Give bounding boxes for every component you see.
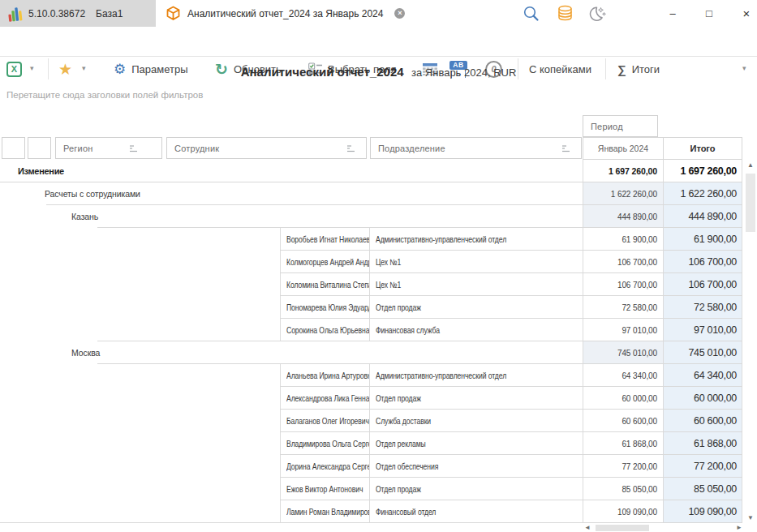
grid-row-detail[interactable]: Балаганов Олег ИгоревичСлужба доставки60…: [0, 410, 757, 432]
maximize-button[interactable]: □: [695, 0, 723, 26]
employee-cell: Александрова Лика Геннадьевна: [280, 387, 369, 410]
grid-row-detail[interactable]: Воробьев Игнат НиколаевичАдминистративно…: [0, 228, 757, 251]
scroll-left-icon[interactable]: ◄: [583, 524, 592, 532]
employee-cell: Колмогорцев Андрей Андреевич: [280, 251, 369, 273]
employee-cell: Аланьева Ирина Артуровна: [280, 364, 369, 387]
employee-cell: Ламин Роман Владимирович: [280, 500, 369, 523]
titlebar: 5.10.0.38672 База1 Аналитический отчет_2…: [0, 0, 757, 27]
app-window: 5.10.0.38672 База1 Аналитический отчет_2…: [0, 0, 757, 532]
app-logo-icon: [8, 6, 23, 22]
employee-field-chip[interactable]: Сотрудник: [166, 137, 367, 159]
department-cell: Цех №1: [369, 251, 583, 273]
report-tab[interactable]: Аналитический отчет_2024 за Январь 2024 …: [156, 0, 415, 27]
close-button[interactable]: ×: [733, 0, 757, 26]
total-value-cell: 444 890,00: [664, 205, 742, 228]
moon-stars-icon: [587, 5, 607, 23]
search-icon: [523, 5, 540, 23]
total-value-cell: 745 010,00: [664, 341, 742, 364]
total-value-cell: 61 900,00: [664, 228, 742, 251]
grid-row-group[interactable]: Казань444 890,00444 890,00: [0, 205, 757, 228]
scroll-down-icon[interactable]: ▼: [744, 513, 757, 523]
total-value-cell: 1 697 260,00: [664, 160, 742, 182]
tab-close-icon[interactable]: ×: [394, 8, 405, 19]
jan-value-cell: 1 697 260,00: [583, 160, 664, 182]
group-label-cell: Изменение: [0, 160, 583, 182]
vertical-scrollbar[interactable]: ▲ ▼: [744, 161, 757, 523]
employee-field-label: Сотрудник: [174, 144, 219, 153]
jan-value-cell: 60 600,00: [583, 410, 664, 432]
grid-row-detail[interactable]: Коломина Виталина СтепановнаЦех №1106 70…: [0, 273, 757, 296]
total-value-cell: 60 000,00: [664, 387, 742, 410]
grid-row-detail[interactable]: Сорокина Ольга ЮрьевнаФинансовая служба9…: [0, 319, 757, 341]
search-button[interactable]: [522, 4, 541, 24]
report-heading: Аналитический отчет_2024 за Январь 2024,…: [0, 65, 757, 79]
period-field-label: Период: [591, 122, 623, 131]
employee-cell: Сорокина Ольга Юрьевна: [280, 319, 369, 341]
cube-icon: [166, 6, 181, 21]
department-cell: Административно-управленческий отдел: [369, 364, 583, 387]
department-field-chip[interactable]: Подразделение: [370, 137, 582, 159]
column-header-jan[interactable]: Январь 2024: [583, 137, 664, 160]
group-label-cell: Москва: [0, 341, 583, 364]
total-value-cell: 85 050,00: [664, 478, 742, 500]
grid-row-detail[interactable]: Колмогорцев Андрей АндреевичЦех №1106 70…: [0, 251, 757, 273]
horizontal-scroll-thumb[interactable]: [596, 525, 649, 531]
scroll-up-icon[interactable]: ▲: [744, 161, 757, 170]
grid-row-detail[interactable]: Ламин Роман ВладимировичФинансовый отдел…: [0, 500, 757, 523]
database-button[interactable]: [555, 4, 574, 24]
jan-value-cell: 60 000,00: [583, 387, 664, 410]
total-value-cell: 1 622 260,00: [664, 182, 742, 205]
empty-field-box[interactable]: [28, 137, 51, 159]
grid-row-detail[interactable]: Пономарева Юлия ЭдуардовнаОтдел продаж72…: [0, 296, 757, 319]
tab-title: Аналитический отчет_2024 за Январь 2024: [187, 8, 383, 19]
jan-value-cell: 97 010,00: [583, 319, 664, 341]
grid-row-group[interactable]: Москва745 010,00745 010,00: [0, 341, 757, 364]
filter-drop-hint: Перетащите сюда заголовки полей фильтров: [6, 90, 203, 100]
grid-row-group[interactable]: Изменение1 697 260,001 697 260,00: [0, 160, 757, 182]
total-value-cell: 106 700,00: [664, 273, 742, 296]
total-value-cell: 77 200,00: [664, 455, 742, 478]
app-info-area: 5.10.0.38672 База1: [0, 0, 156, 27]
employee-cell: Коломина Виталина Степановна: [280, 273, 369, 296]
jan-value-cell: 444 890,00: [583, 205, 664, 228]
group-label-cell: Расчеты с сотрудниками: [0, 182, 583, 205]
report-subtitle: за Январь 2024, RUR: [411, 66, 516, 79]
period-field-chip[interactable]: Период: [583, 115, 658, 137]
jan-value-cell: 109 090,00: [583, 500, 664, 523]
grid-body: Изменение1 697 260,001 697 260,00Расчеты…: [0, 160, 757, 523]
department-field-label: Подразделение: [378, 144, 445, 153]
jan-value-cell: 745 010,00: [583, 341, 664, 364]
jan-value-cell: 64 340,00: [583, 364, 664, 387]
department-cell: Отдел продаж: [369, 478, 583, 500]
jan-value-cell: 72 580,00: [583, 296, 664, 319]
grid-row-detail[interactable]: Дорина Александра СергеевнаОтдел обеспеч…: [0, 455, 757, 478]
employee-cell: Дорина Александра Сергеевна: [280, 455, 369, 478]
database-name: База1: [96, 8, 123, 19]
grid-row-detail[interactable]: Ежов Виктор АнтоновичОтдел продаж85 050,…: [0, 478, 757, 500]
dark-mode-button[interactable]: [587, 4, 607, 24]
toolbar: X ▾ ★ ▾ ⚙ Параметры ↻ Обновить Выбрать п…: [0, 27, 757, 57]
department-cell: Финансовая служба: [369, 319, 583, 341]
grid-row-detail[interactable]: Владимирова Ольга СергеевнаОтдел рекламы…: [0, 432, 757, 455]
sort-icon: [130, 144, 139, 152]
column-header-total[interactable]: Итого: [663, 137, 742, 160]
grid-row-group[interactable]: Расчеты с сотрудниками1 622 260,001 622 …: [0, 182, 757, 205]
grid-row-detail[interactable]: Аланьева Ирина АртуровнаАдминистративно-…: [0, 364, 757, 387]
employee-cell: Владимирова Ольга Сергеевна: [280, 432, 369, 455]
minimize-button[interactable]: –: [659, 0, 686, 26]
total-value-cell: 106 700,00: [664, 251, 742, 273]
total-value-cell: 64 340,00: [664, 364, 742, 387]
empty-field-box[interactable]: [2, 137, 25, 159]
total-value-cell: 60 600,00: [664, 410, 742, 432]
total-value-cell: 72 580,00: [664, 296, 742, 319]
vertical-scroll-thumb[interactable]: [746, 174, 755, 232]
employee-cell: Воробьев Игнат Николаевич: [280, 228, 369, 251]
grid-row-detail[interactable]: Александрова Лика ГеннадьевнаОтдел прода…: [0, 387, 757, 410]
department-cell: Административно-управленческий отдел: [369, 228, 583, 251]
scroll-right-icon[interactable]: ►: [734, 524, 744, 532]
department-cell: Отдел рекламы: [369, 432, 583, 455]
region-field-chip[interactable]: Регион: [55, 137, 162, 159]
jan-value-cell: 61 868,00: [583, 432, 664, 455]
row-border: [0, 522, 742, 523]
horizontal-scrollbar[interactable]: ◄ ►: [583, 524, 744, 532]
